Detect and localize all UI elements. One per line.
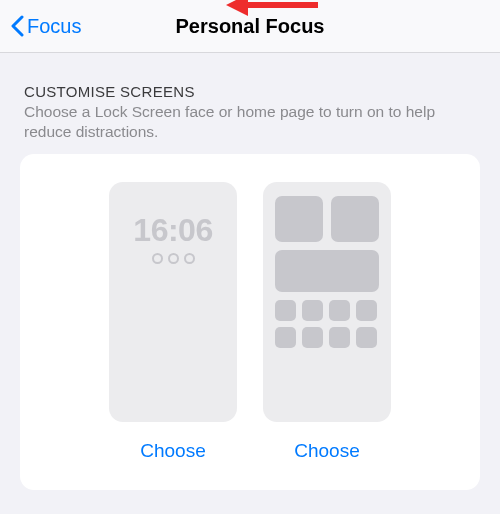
- app-icon: [329, 327, 350, 348]
- choose-lock-button[interactable]: Choose: [140, 440, 206, 462]
- app-icon: [356, 327, 377, 348]
- chevron-left-icon: [10, 15, 25, 37]
- app-icon: [275, 327, 296, 348]
- lock-screen-dots-icon: [152, 253, 195, 264]
- app-icon: [356, 300, 377, 321]
- back-label: Focus: [27, 15, 81, 38]
- section-description: Choose a Lock Screen face or home page t…: [20, 100, 480, 142]
- app-icon: [329, 300, 350, 321]
- lock-screen-time: 16:06: [133, 212, 212, 249]
- home-screen-option[interactable]: Choose: [263, 182, 391, 462]
- content: CUSTOMISE SCREENS Choose a Lock Screen f…: [0, 53, 500, 490]
- widget-icon: [275, 196, 323, 242]
- widget-icon: [331, 196, 379, 242]
- lock-screen-option[interactable]: 16:06 Choose: [109, 182, 237, 462]
- nav-bar: Focus Personal Focus: [0, 0, 500, 53]
- choose-home-button[interactable]: Choose: [294, 440, 360, 462]
- app-icon: [302, 327, 323, 348]
- widget-wide-icon: [275, 250, 379, 292]
- back-button[interactable]: Focus: [0, 15, 81, 38]
- section-header: CUSTOMISE SCREENS: [20, 83, 480, 100]
- app-icon: [275, 300, 296, 321]
- lock-screen-preview: 16:06: [109, 182, 237, 422]
- screens-card: 16:06 Choose: [20, 154, 480, 490]
- home-screen-preview: [263, 182, 391, 422]
- app-icon: [302, 300, 323, 321]
